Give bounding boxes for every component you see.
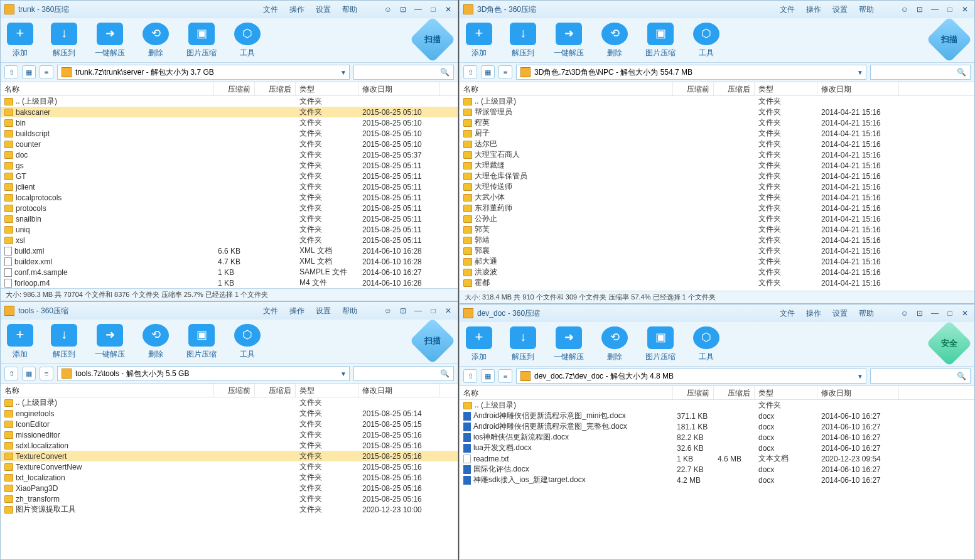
tools-button[interactable]: 工具 [234, 324, 261, 360]
nav-up-button[interactable]: ⇧ [463, 369, 477, 383]
add-button[interactable]: 添加 [7, 324, 33, 360]
add-button[interactable]: 添加 [7, 23, 33, 58]
nav-up-button[interactable]: ⇧ [463, 65, 477, 79]
pin-icon[interactable]: ⊡ [397, 4, 409, 14]
menu-file[interactable]: 文件 [263, 4, 278, 15]
list-row[interactable]: readme.txt 1 KB 4.6 MB 文本文档 2020-12-23 0… [460, 453, 974, 464]
col-date[interactable]: 修改日期 [817, 82, 899, 95]
search-input[interactable]: 🔍 [353, 366, 454, 381]
col-date[interactable]: 修改日期 [358, 82, 440, 95]
delete-button[interactable]: 删除 [143, 324, 169, 360]
list-row[interactable]: txt_localization 文件夹 2015-08-25 05:16 [1, 472, 458, 483]
maximize-button[interactable]: □ [944, 4, 956, 14]
path-dropdown-icon[interactable]: ▼ [857, 373, 863, 380]
list-row[interactable]: 郝大通 文件夹 2014-04-21 15:16 [460, 256, 974, 267]
list-row[interactable]: xsl 文件夹 2015-08-25 05:11 [1, 235, 458, 245]
list-row[interactable]: TextureConvertNew 文件夹 2015-08-25 05:16 [1, 461, 458, 472]
col-before[interactable]: 压缩前 [673, 386, 714, 399]
search-input[interactable]: 🔍 [870, 65, 971, 80]
minimize-button[interactable]: — [929, 308, 940, 318]
col-after[interactable]: 压缩后 [255, 384, 296, 397]
menu-help[interactable]: 帮助 [342, 306, 357, 316]
list-row[interactable]: 达尔巴 文件夹 2014-04-21 15:16 [460, 139, 974, 149]
column-header[interactable]: 名称 压缩前 压缩后 类型 修改日期 [1, 384, 458, 397]
add-button[interactable]: 添加 [466, 326, 492, 362]
close-button[interactable]: ✕ [443, 306, 454, 316]
view-icons-button[interactable]: ▦ [481, 65, 495, 79]
column-header[interactable]: 名称 压缩前 压缩后 类型 修改日期 [460, 82, 974, 96]
close-button[interactable]: ✕ [443, 4, 454, 14]
scan-badge[interactable]: 扫描 [409, 16, 456, 63]
parent-dir-row[interactable]: .. (上级目录) 文件夹 [1, 96, 458, 107]
list-row[interactable]: 图片资源提取工具 文件夹 2020-12-23 10:00 [1, 504, 458, 515]
list-row[interactable]: buildscript 文件夹 2015-08-25 05:10 [1, 128, 458, 139]
menu-file[interactable]: 文件 [263, 306, 278, 316]
path-input[interactable]: tools.7z\tools - 解包大小为 5.5 GB ▼ [57, 366, 350, 381]
onekey-extract-button[interactable]: 一键解压 [95, 23, 125, 58]
list-row[interactable]: 神雕sdk接入_ios_新建target.docx 4.2 MB docx 20… [460, 475, 974, 485]
delete-button[interactable]: 删除 [143, 23, 169, 58]
menu-operate[interactable]: 操作 [289, 4, 304, 15]
list-row[interactable]: 公孙止 文件夹 2014-04-21 15:16 [460, 213, 974, 224]
list-row[interactable]: 程英 文件夹 2014-04-21 15:16 [460, 117, 974, 128]
column-header[interactable]: 名称 压缩前 压缩后 类型 修改日期 [1, 82, 458, 96]
path-input[interactable]: 3D角色.7z\3D角色\NPC - 解包大小为 554.7 MB ▼ [516, 65, 866, 80]
list-row[interactable]: ios神雕侠侣更新流程图.docx 82.2 KB docx 2014-06-1… [460, 432, 974, 443]
col-type[interactable]: 类型 [755, 82, 817, 95]
view-list-button[interactable]: ≡ [498, 65, 512, 79]
onekey-extract-button[interactable]: 一键解压 [554, 326, 584, 362]
menu-settings[interactable]: 设置 [832, 4, 848, 15]
list-row[interactable]: GT 文件夹 2015-08-25 05:11 [1, 171, 458, 181]
list-row[interactable]: build.xml 6.6 KB XML 文档 2014-06-10 16:28 [1, 245, 458, 256]
list-row[interactable]: 国际化评估.docx 22.7 KB docx 2014-06-10 16:27 [460, 464, 974, 475]
onekey-extract-button[interactable]: 一键解压 [554, 23, 584, 58]
list-row[interactable]: bakscaner 文件夹 2015-08-25 05:10 [1, 107, 458, 117]
maximize-button[interactable]: □ [944, 308, 956, 318]
onekey-extract-button[interactable]: 一键解压 [95, 324, 125, 360]
extract-button[interactable]: 解压到 [510, 23, 536, 58]
list-row[interactable]: 大理裁缝 文件夹 2014-04-21 15:16 [460, 160, 974, 171]
list-row[interactable]: 厨子 文件夹 2014-04-21 15:16 [460, 128, 974, 139]
col-type[interactable]: 类型 [296, 384, 358, 397]
col-before[interactable]: 压缩前 [214, 82, 255, 95]
parent-dir-row[interactable]: .. (上级目录) 文件夹 [460, 400, 974, 411]
list-row[interactable]: gs 文件夹 2015-08-25 05:11 [1, 160, 458, 171]
list-row[interactable]: 郭靖 文件夹 2014-04-21 15:16 [460, 235, 974, 245]
list-row[interactable]: enginetools 文件夹 2015-08-25 05:14 [1, 408, 458, 419]
col-before[interactable]: 压缩前 [673, 82, 714, 95]
menu-settings[interactable]: 设置 [316, 306, 331, 316]
list-row[interactable]: 郭襄 文件夹 2014-04-21 15:16 [460, 245, 974, 256]
tools-button[interactable]: 工具 [234, 23, 261, 58]
menu-help[interactable]: 帮助 [859, 308, 874, 319]
list-row[interactable]: lua开发文档.docx 32.6 KB docx 2014-06-10 16:… [460, 443, 974, 453]
list-row[interactable]: zh_transform 文件夹 2015-08-25 05:16 [1, 493, 458, 504]
col-date[interactable]: 修改日期 [358, 384, 440, 397]
view-list-button[interactable]: ≡ [40, 367, 53, 380]
feedback-icon[interactable]: ☺ [382, 306, 394, 316]
extract-button[interactable]: 解压到 [510, 326, 536, 362]
menu-settings[interactable]: 设置 [832, 308, 848, 319]
list-row[interactable]: counter 文件夹 2015-08-25 05:10 [1, 139, 458, 149]
tools-button[interactable]: 工具 [693, 326, 719, 362]
scan-badge[interactable]: 扫描 [926, 16, 972, 63]
close-button[interactable]: ✕ [959, 4, 971, 14]
image-compress-button[interactable]: 图片压缩 [645, 23, 676, 58]
list-row[interactable]: missioneditor 文件夹 2015-08-25 05:16 [1, 429, 458, 440]
list-row[interactable]: 大理传送师 文件夹 2014-04-21 15:16 [460, 181, 974, 192]
list-row[interactable]: IconEditor 文件夹 2015-08-25 05:15 [1, 419, 458, 429]
safe-badge[interactable]: 安全 [926, 320, 972, 367]
list-row[interactable]: jclient 文件夹 2015-08-25 05:11 [1, 181, 458, 192]
scan-badge[interactable]: 扫描 [409, 318, 456, 364]
maximize-button[interactable]: □ [428, 4, 439, 14]
pin-icon[interactable]: ⊡ [914, 4, 925, 14]
nav-up-button[interactable]: ⇧ [4, 65, 18, 79]
col-name[interactable]: 名称 [1, 82, 214, 95]
nav-up-button[interactable]: ⇧ [4, 367, 18, 380]
path-input[interactable]: trunk.7z\trunk\server - 解包大小为 3.7 GB ▼ [57, 65, 350, 80]
menu-operate[interactable]: 操作 [289, 306, 304, 316]
search-input[interactable]: 🔍 [353, 65, 454, 80]
list-row[interactable]: snailbin 文件夹 2015-08-25 05:11 [1, 213, 458, 224]
list-row[interactable]: protocols 文件夹 2015-08-25 05:11 [1, 203, 458, 213]
list-row[interactable]: 大理宝石商人 文件夹 2014-04-21 15:16 [460, 149, 974, 160]
image-compress-button[interactable]: 图片压缩 [186, 324, 217, 360]
